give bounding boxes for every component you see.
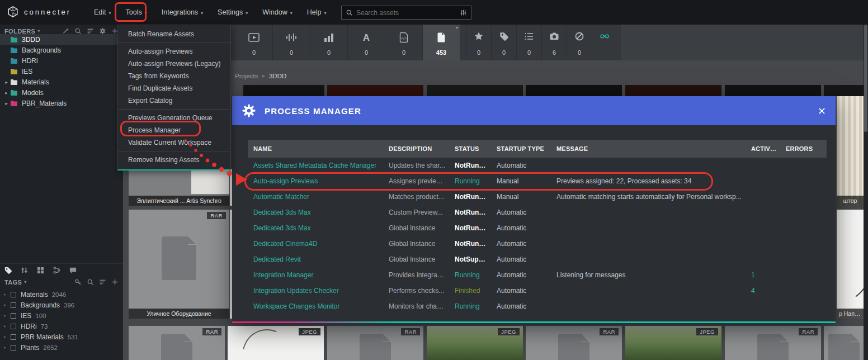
app-logo[interactable]: connecter [7, 6, 71, 18]
menu-item-remove-missing-assets[interactable]: Remove Missing Assets [118, 154, 230, 166]
tag-item-ies[interactable]: ▸IES100 [0, 310, 123, 321]
folder-item-models[interactable]: ▸Models [0, 87, 123, 98]
column-header-name[interactable]: NAME [248, 145, 383, 152]
tag-item-hdri[interactable]: ▸HDRi73 [0, 321, 123, 331]
vertical-scrollbar[interactable] [864, 25, 868, 360]
grid-icon[interactable] [36, 266, 45, 274]
expander-icon[interactable]: ▸ [3, 101, 10, 106]
folders-header-label[interactable]: FOLDERS [4, 28, 35, 35]
tag-icon[interactable] [4, 266, 12, 274]
menu-item-previews-generation-queue[interactable]: Previews Generation Queue [118, 112, 230, 124]
menu-item-window[interactable]: Window▾ [255, 0, 299, 25]
menu-item-edit[interactable]: Edit▾ [87, 0, 119, 25]
sort-icon[interactable] [20, 266, 29, 274]
process-row-dedicated-revit[interactable]: Dedicated RevitGlobal InstanceNotSupp...… [248, 252, 827, 267]
menu-item-auto-assign-previews-legacy[interactable]: Auto-assign Previews (Legacy) [118, 58, 230, 70]
column-header-startup-type[interactable]: STARTUP TYPE [491, 145, 551, 152]
menu-item-process-manager[interactable]: Process Manager [118, 124, 230, 136]
expander-icon[interactable]: ▸ [3, 90, 10, 96]
process-row-dedicated-3ds-max[interactable]: Dedicated 3ds MaxGlobal InstanceNotRunni… [248, 220, 827, 236]
tag-checkbox[interactable] [11, 313, 16, 319]
process-name-cell: Assets Shared Metadata Cache Manager [248, 162, 383, 169]
branch-icon[interactable] [53, 266, 61, 274]
menu-item-settings[interactable]: Settings▾ [210, 0, 255, 25]
menu-item-integrations[interactable]: Integrations▾ [154, 0, 210, 25]
flag-blocked-button[interactable]: 0 [567, 25, 592, 60]
asset-tile[interactable] [824, 326, 864, 360]
tags-header-label[interactable]: TAGS [4, 279, 22, 286]
flag-camera-button[interactable]: 6 [541, 25, 567, 60]
folder-item-ies[interactable]: IES [0, 66, 123, 77]
flag-tag-button[interactable]: 0 [491, 25, 516, 60]
asset-tile[interactable]: RAR Уличное Оборудование [129, 210, 229, 319]
asset-tile[interactable]: RAR [526, 326, 622, 360]
menu-item-tools[interactable]: Tools▾ [119, 0, 154, 25]
key-icon[interactable] [74, 278, 82, 286]
tag-checkbox[interactable] [11, 334, 16, 340]
asset-tile[interactable]: JPEG [625, 326, 721, 360]
filter-icon[interactable] [99, 278, 106, 286]
asset-tile[interactable]: JPEG [427, 326, 523, 360]
menu-item-export-catalog[interactable]: Export Catalog [118, 94, 230, 107]
process-row-auto-assign-previews[interactable]: Auto-assign PreviewsAssignes preview...R… [248, 173, 827, 189]
tag-checkbox[interactable] [11, 345, 16, 350]
menu-item-batch-rename-assets[interactable]: Batch Rename Assets [118, 28, 230, 40]
process-row-integration-manager[interactable]: Integration ManagerProvides integrati...… [248, 267, 827, 283]
asset-tile[interactable]: RAR [725, 326, 821, 360]
menu-item-help[interactable]: Help▾ [300, 0, 334, 25]
scrollbar-thumb[interactable] [864, 25, 867, 132]
asset-tile[interactable]: RAR [129, 326, 225, 360]
flag-icon[interactable] [69, 266, 77, 274]
menu-item-auto-assign-previews[interactable]: Auto-assign Previews [118, 45, 230, 58]
process-row-dedicated-3ds-max[interactable]: Dedicated 3ds MaxCustom Preview...NotRun… [248, 205, 827, 220]
search-box[interactable] [341, 6, 471, 20]
column-header-activity[interactable]: ACTIVITY [746, 145, 780, 152]
column-header-status[interactable]: STATUS [449, 145, 491, 152]
tag-checkbox[interactable] [11, 302, 16, 308]
filter-sliders-icon[interactable] [460, 9, 467, 16]
menu-item-find-duplicate-assets[interactable]: Find Duplicate Assets [118, 82, 230, 94]
tag-item-plants[interactable]: ▸Plants2652 [0, 342, 123, 353]
asset-tile[interactable]: RAR [327, 326, 423, 360]
asset-tile[interactable]: штор [837, 87, 864, 206]
filter-document-button[interactable]: ▾453 [422, 25, 460, 60]
flag-list-button[interactable]: 0 [516, 25, 541, 60]
tag-item-backgrounds[interactable]: ▸Backgrounds396 [0, 300, 123, 310]
process-row-assets-shared-metadata-cache-manager[interactable]: Assets Shared Metadata Cache ManagerUpda… [248, 158, 827, 173]
process-row-automatic-matcher[interactable]: Automatic MatcherMatches product...NotRu… [248, 189, 827, 205]
menu-item-validate-current-workspace[interactable]: Validate Current Workspace [118, 136, 230, 149]
folder-item-materials[interactable]: ▸Materials [0, 77, 123, 87]
process-row-workspace-changes-monitor[interactable]: Workspace Changes MonitorMonitors for ch… [248, 299, 827, 314]
folder-item-hdri[interactable]: HDRi [0, 55, 123, 66]
search-input[interactable] [356, 9, 456, 17]
format-badge: RAR [207, 212, 226, 219]
column-header-errors[interactable]: ERRORS [780, 145, 827, 152]
asset-tile[interactable]: р Наполь [837, 210, 864, 319]
search-icon[interactable] [87, 278, 94, 286]
expander-icon[interactable]: ▸ [3, 79, 10, 85]
tag-checkbox[interactable] [11, 292, 16, 297]
progress-accent-bar [232, 321, 836, 323]
folder-item-pbr-materials[interactable]: ▸PBR_Materials [0, 98, 123, 108]
flag-star-button[interactable]: 0 [466, 25, 491, 60]
breadcrumb-root[interactable]: Projects [235, 73, 258, 79]
column-header-description[interactable]: DESCRIPTION [383, 145, 449, 152]
column-header-message[interactable]: MESSAGE [551, 145, 746, 152]
asset-tile[interactable]: JPEG [228, 326, 324, 360]
folder-item-3ddd[interactable]: 3DDD [0, 34, 123, 45]
tag-item-materials[interactable]: ▸Materials2046 [0, 289, 123, 300]
process-row-dedicated-cinema4d[interactable]: Dedicated Cinema4DGlobal InstanceNotRunn… [248, 236, 827, 252]
process-row-integration-updates-checker[interactable]: Integration Updates CheckerPerforms chec… [248, 283, 827, 299]
filter-chart-button[interactable]: 0 [310, 25, 347, 60]
menu-item-tags-from-keywords[interactable]: Tags from Keywords [118, 70, 230, 82]
plus-icon[interactable] [111, 278, 119, 286]
folder-item-backgrounds[interactable]: Backgrounds [0, 45, 123, 55]
tag-item-pbr-materials[interactable]: ▸PBR Materials531 [0, 331, 123, 342]
filter-video-button[interactable]: 0 [235, 25, 272, 60]
filter-audio-button[interactable]: 0 [272, 25, 310, 60]
filter-font-button[interactable]: A0 [347, 25, 385, 60]
close-icon[interactable] [818, 107, 826, 115]
filter-code-button[interactable]: </>0 [385, 25, 422, 60]
tag-checkbox[interactable] [11, 324, 16, 329]
flag-infinity-button[interactable] [592, 25, 617, 60]
